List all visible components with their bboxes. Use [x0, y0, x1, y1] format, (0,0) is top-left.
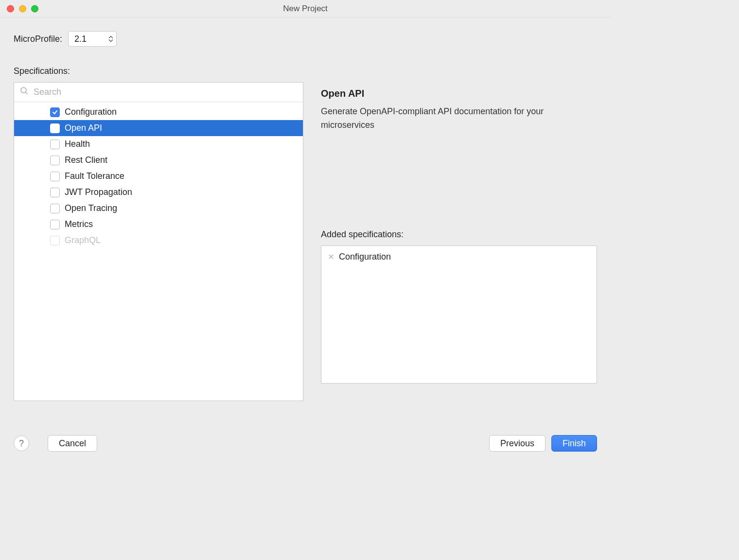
- spec-item-label: GraphQL: [65, 235, 101, 245]
- spec-item-label: Metrics: [65, 219, 93, 229]
- spec-item[interactable]: Metrics: [14, 216, 303, 232]
- spec-item[interactable]: JWT Propagation: [14, 184, 303, 200]
- chevron-updown-icon: [108, 36, 113, 42]
- added-spec-label: Configuration: [339, 252, 391, 262]
- spec-item-label: Open Tracing: [65, 203, 117, 213]
- svg-point-0: [21, 88, 26, 93]
- titlebar: New Project: [0, 0, 611, 18]
- microprofile-label: MicroProfile:: [14, 34, 62, 44]
- cancel-button[interactable]: Cancel: [48, 435, 97, 452]
- spec-item-label: Rest Client: [65, 155, 107, 165]
- search-input[interactable]: [34, 87, 297, 97]
- spec-item-label: JWT Propagation: [65, 187, 132, 197]
- spec-item[interactable]: Open API: [14, 120, 303, 136]
- spec-checkbox[interactable]: [50, 204, 60, 213]
- search-icon: [20, 87, 29, 98]
- spec-item-label: Configuration: [65, 107, 117, 117]
- footer: ? Cancel Previous Finish: [0, 424, 611, 463]
- spec-item[interactable]: Fault Tolerance: [14, 168, 303, 184]
- spec-checkbox[interactable]: [50, 172, 60, 181]
- spec-item[interactable]: Open Tracing: [14, 200, 303, 216]
- svg-line-1: [26, 92, 28, 94]
- remove-icon[interactable]: [328, 254, 334, 260]
- help-button[interactable]: ?: [14, 436, 29, 451]
- spec-checkbox[interactable]: [50, 140, 60, 149]
- specifications-listbox: ConfigurationOpen APIHealthRest ClientFa…: [14, 82, 303, 401]
- spec-checkbox[interactable]: [50, 107, 60, 117]
- spec-checkbox[interactable]: [50, 156, 60, 165]
- microprofile-select[interactable]: 2.1: [68, 31, 117, 47]
- previous-button[interactable]: Previous: [489, 435, 545, 452]
- spec-item[interactable]: Configuration: [14, 104, 303, 120]
- detail-body: Generate OpenAPI-compliant API documenta…: [321, 105, 574, 132]
- close-window-icon[interactable]: [7, 5, 14, 12]
- added-specs-label: Added specifications:: [321, 229, 597, 240]
- detail-title: Open API: [321, 88, 597, 99]
- minimize-window-icon[interactable]: [19, 5, 26, 12]
- spec-item-label: Fault Tolerance: [65, 171, 124, 181]
- spec-item-label: Health: [65, 139, 90, 149]
- spec-checkbox[interactable]: [50, 188, 60, 197]
- window-controls: [7, 5, 38, 12]
- spec-checkbox: [50, 236, 60, 245]
- finish-button[interactable]: Finish: [551, 435, 597, 452]
- microprofile-value: 2.1: [74, 34, 87, 44]
- window-title: New Project: [0, 4, 611, 14]
- added-specs-box: Configuration: [321, 245, 597, 384]
- zoom-window-icon[interactable]: [31, 5, 38, 12]
- search-bar: [14, 83, 303, 102]
- spec-item-label: Open API: [65, 123, 102, 133]
- specifications-label: Specifications:: [14, 66, 597, 76]
- added-spec-item: Configuration: [328, 252, 590, 262]
- spec-item: GraphQL: [14, 232, 303, 248]
- spec-checkbox[interactable]: [50, 220, 60, 229]
- spec-item[interactable]: Rest Client: [14, 152, 303, 168]
- spec-checkbox[interactable]: [50, 123, 60, 133]
- spec-item[interactable]: Health: [14, 136, 303, 152]
